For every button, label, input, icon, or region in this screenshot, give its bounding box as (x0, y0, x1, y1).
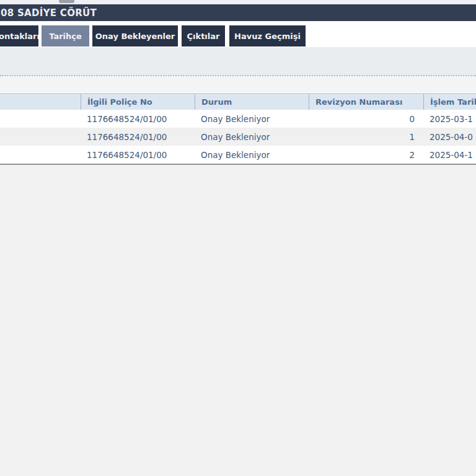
cell-revizyon: 0 (309, 110, 423, 128)
table-header-row: İlgili Poliçe No Durum Revizyon Numarası… (0, 94, 476, 110)
tab-kontaklari[interactable]: ontakları (0, 25, 38, 46)
tab-ciktilar[interactable]: Çıktılar (182, 25, 225, 46)
cell-police-no: 1176648524/01/00 (81, 146, 195, 164)
table-row[interactable]: 1176648524/01/00 Onay Bekleniyor 0 2025-… (0, 110, 476, 128)
table-row[interactable]: 1176648524/01/00 Onay Bekleniyor 1 2025-… (0, 128, 476, 146)
cell-islem-tarihi: 2025-04-1 (423, 146, 476, 164)
cell-police-no: 1176648524/01/00 (81, 128, 195, 146)
tab-tarihce[interactable]: Tarihçe (42, 25, 89, 46)
top-fragment-decoration (59, 0, 74, 3)
column-header-police-no[interactable]: İlgili Poliçe No (81, 94, 195, 110)
column-header-durum[interactable]: Durum (195, 94, 309, 110)
tab-label: Havuz Geçmişi (234, 32, 301, 41)
top-strip (0, 0, 476, 4)
tab-havuz-gecmisi[interactable]: Havuz Geçmişi (229, 25, 306, 46)
tab-label: Çıktılar (187, 32, 220, 41)
record-titlebar: 08 SADİYE CÖRÜT (0, 4, 476, 21)
cell-islem-tarihi: 2025-04-0 (423, 128, 476, 146)
app-window: 08 SADİYE CÖRÜT ontakları Tarihçe Onay B… (0, 0, 476, 476)
cell-revizyon: 1 (309, 128, 423, 146)
tab-label: Tarihçe (49, 32, 82, 41)
column-header-islem-tarihi[interactable]: İşlem Tarih (423, 94, 476, 110)
cell-police-no: 1176648524/01/00 (81, 110, 195, 128)
cell-empty (0, 128, 81, 146)
cell-durum: Onay Bekleniyor (195, 146, 309, 164)
toolbar-band (0, 47, 476, 76)
tab-gap (225, 25, 229, 46)
table-row[interactable]: 1176648524/01/00 Onay Bekleniyor 2 2025-… (0, 146, 476, 164)
cell-empty (0, 146, 81, 164)
cell-empty (0, 110, 81, 128)
column-header-empty (0, 94, 81, 110)
record-title: 08 SADİYE CÖRÜT (0, 7, 97, 19)
tab-strip: ontakları Tarihçe Onay Bekleyenler Çıktı… (0, 25, 476, 46)
tab-label: ontakları (0, 32, 38, 41)
cell-revizyon: 2 (309, 146, 423, 164)
cell-durum: Onay Bekleniyor (195, 128, 309, 146)
tab-onay-bekleyenler[interactable]: Onay Bekleyenler (92, 25, 178, 46)
column-header-revizyon[interactable]: Revizyon Numarası (309, 94, 423, 110)
history-table: İlgili Poliçe No Durum Revizyon Numarası… (0, 94, 476, 165)
cell-durum: Onay Bekleniyor (195, 110, 309, 128)
pre-table-band (0, 76, 476, 94)
tab-label: Onay Bekleyenler (95, 32, 175, 41)
cell-islem-tarihi: 2025-03-1 (423, 110, 476, 128)
